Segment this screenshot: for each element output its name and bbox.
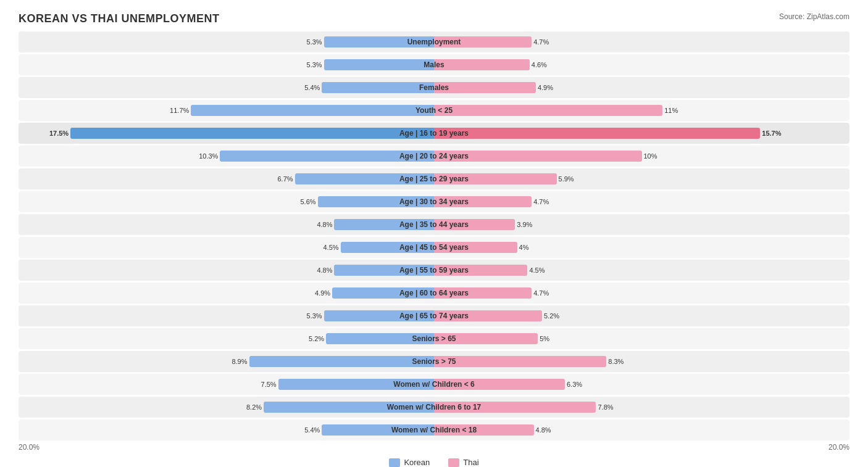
legend-thai-color	[448, 458, 459, 467]
korean-value: 5.4%	[304, 84, 322, 91]
thai-value: 4.5%	[527, 267, 545, 274]
thai-value: 4%	[517, 244, 529, 251]
korean-value: 17.5%	[49, 130, 70, 137]
thai-value: 4.7%	[532, 289, 549, 297]
bar-thai	[434, 82, 536, 93]
bar-row: 5.2%5%Seniors > 65	[19, 328, 849, 349]
korean-value: 5.3%	[307, 61, 324, 68]
bar-thai	[434, 59, 530, 70]
bar-row: 4.9%4.7%Age | 60 to 64 years	[19, 283, 849, 304]
bars-area: 5.3%4.7%Unemployment5.3%4.6%Males5.4%4.9…	[19, 31, 849, 440]
row-label: Age | 20 to 24 years	[399, 152, 469, 160]
row-label: Age | 30 to 34 years	[399, 197, 469, 206]
bar-row: 10.3%10%Age | 20 to 24 years	[19, 146, 849, 167]
thai-value: 4.8%	[534, 426, 551, 434]
thai-value: 11%	[662, 107, 678, 114]
legend-thai: Thai	[448, 458, 478, 467]
bar-korean	[191, 105, 434, 116]
row-label: Age | 35 to 44 years	[399, 220, 469, 229]
legend-korean: Korean	[389, 458, 430, 467]
korean-value: 4.8%	[317, 267, 334, 274]
thai-value: 4.7%	[532, 198, 549, 205]
row-label: Age | 45 to 54 years	[399, 243, 469, 252]
bar-row: 6.7%5.9%Age | 25 to 29 years	[19, 168, 849, 189]
chart-container: KOREAN VS THAI UNEMPLOYMENT Source: ZipA…	[0, 0, 868, 467]
chart-title: KOREAN VS THAI UNEMPLOYMENT	[19, 12, 849, 25]
row-label: Females	[419, 83, 449, 92]
row-label: Unemployment	[407, 38, 461, 46]
bar-row: 17.5%15.7%Age | 16 to 19 years	[19, 123, 849, 144]
korean-value: 5.4%	[304, 426, 322, 434]
thai-value: 5.2%	[542, 312, 559, 320]
bar-row: 8.9%8.3%Seniors > 75	[19, 351, 849, 372]
axis-left: 20.0%	[19, 443, 40, 452]
thai-value: 3.9%	[515, 221, 532, 228]
row-label: Women w/ Children < 6	[393, 380, 474, 389]
axis-right: 20.0%	[828, 443, 849, 452]
row-label: Age | 55 to 59 years	[399, 266, 469, 275]
thai-value: 4.7%	[532, 38, 549, 46]
korean-value: 11.7%	[170, 107, 191, 114]
row-label: Age | 16 to 19 years	[399, 129, 469, 138]
korean-value: 5.2%	[309, 335, 326, 342]
bar-thai	[434, 105, 662, 116]
thai-value: 5.9%	[557, 175, 574, 183]
bar-korean	[322, 82, 434, 93]
bar-row: 5.3%4.6%Males	[19, 54, 849, 75]
korean-value: 6.7%	[277, 175, 294, 183]
row-label: Seniors > 75	[412, 357, 456, 366]
row-label: Seniors > 65	[412, 334, 456, 343]
source-label: Source: ZipAtlas.com	[779, 12, 849, 21]
korean-value: 5.3%	[307, 38, 324, 46]
legend-korean-color	[389, 458, 400, 467]
thai-value: 4.6%	[530, 61, 547, 68]
row-label: Age | 25 to 29 years	[399, 175, 469, 183]
korean-value: 4.8%	[317, 221, 334, 228]
korean-value: 7.5%	[261, 381, 278, 388]
thai-value: 5%	[538, 335, 549, 342]
legend-thai-label: Thai	[463, 458, 478, 467]
row-label: Age | 65 to 74 years	[399, 312, 469, 320]
bar-korean	[324, 59, 434, 70]
legend-korean-label: Korean	[404, 458, 430, 467]
bar-thai	[434, 128, 760, 139]
bar-korean	[249, 356, 434, 367]
korean-value: 8.9%	[232, 358, 249, 365]
legend: Korean Thai	[19, 458, 849, 467]
korean-value: 5.6%	[300, 198, 317, 205]
bar-row: 5.3%5.2%Age | 65 to 74 years	[19, 305, 849, 326]
thai-value: 15.7%	[760, 130, 781, 137]
thai-value: 7.8%	[596, 403, 613, 411]
bar-korean	[70, 128, 434, 139]
korean-value: 8.2%	[246, 403, 264, 411]
bar-row: 7.5%6.3%Women w/ Children < 6	[19, 374, 849, 395]
bar-row: 5.6%4.7%Age | 30 to 34 years	[19, 191, 849, 212]
bar-row: 5.3%4.7%Unemployment	[19, 31, 849, 52]
bar-row: 4.8%4.5%Age | 55 to 59 years	[19, 260, 849, 281]
row-label: Males	[424, 60, 444, 69]
bar-row: 5.4%4.9%Females	[19, 77, 849, 98]
row-label: Women w/ Children 6 to 17	[387, 403, 481, 411]
row-label: Women w/ Children < 18	[391, 426, 477, 434]
thai-value: 8.3%	[606, 358, 624, 365]
row-label: Age | 60 to 64 years	[399, 289, 469, 297]
bar-row: 4.5%4%Age | 45 to 54 years	[19, 237, 849, 258]
row-label: Youth < 25	[415, 106, 453, 115]
korean-value: 10.3%	[199, 152, 220, 160]
bar-row: 11.7%11%Youth < 25	[19, 100, 849, 121]
thai-value: 4.9%	[536, 84, 553, 91]
bar-row: 5.4%4.8%Women w/ Children < 18	[19, 419, 849, 440]
thai-value: 10%	[642, 152, 657, 160]
bar-row: 8.2%7.8%Women w/ Children 6 to 17	[19, 397, 849, 418]
bar-row: 4.8%3.9%Age | 35 to 44 years	[19, 214, 849, 235]
korean-value: 4.9%	[315, 289, 332, 297]
bar-thai	[434, 356, 606, 367]
korean-value: 5.3%	[307, 312, 324, 320]
korean-value: 4.5%	[323, 244, 341, 251]
axis-labels: 20.0% 20.0%	[19, 443, 849, 452]
thai-value: 6.3%	[565, 381, 582, 388]
